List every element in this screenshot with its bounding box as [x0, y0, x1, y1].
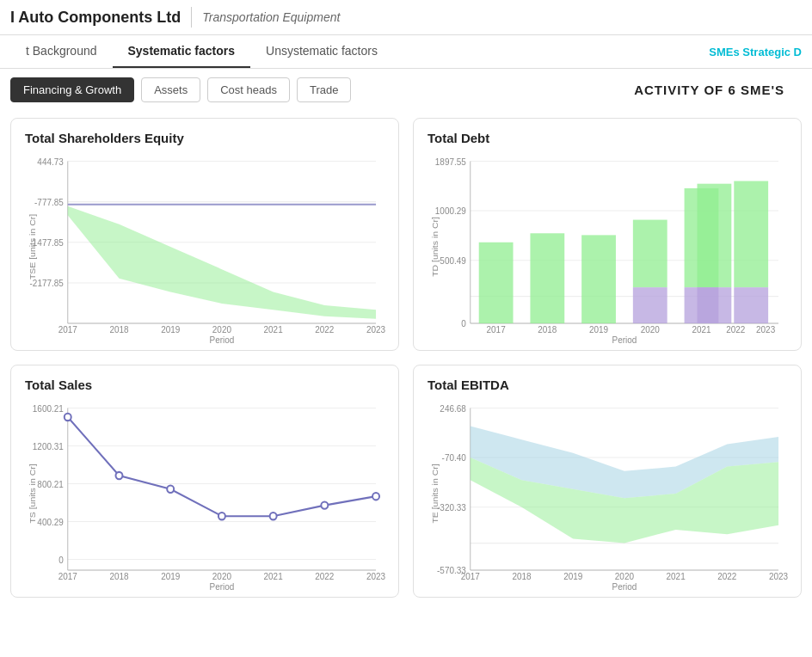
svg-rect-35: [698, 184, 732, 287]
chart-title-te: Total EBITDA: [428, 378, 787, 392]
svg-text:2019: 2019: [563, 571, 582, 580]
svg-text:2020: 2020: [212, 571, 231, 580]
chart-card-td: Total Debt: [413, 118, 802, 351]
svg-text:800.21: 800.21: [37, 479, 64, 488]
chart-te: 246.68 -70.40 -320.33 -570.33 2017 2018 …: [428, 399, 787, 588]
svg-text:1477.85: 1477.85: [33, 238, 64, 248]
chart-td: 1897.55 1000.29 500.49 0 2017 2018 2019 …: [428, 152, 787, 341]
company-sector: Transportation Equipment: [202, 10, 340, 24]
svg-text:2020: 2020: [212, 324, 231, 334]
svg-text:2023: 2023: [769, 571, 788, 580]
btn-trade[interactable]: Trade: [297, 77, 351, 102]
svg-rect-29: [530, 233, 564, 323]
svg-rect-36: [698, 287, 732, 323]
svg-text:2021: 2021: [264, 571, 283, 580]
btn-assets[interactable]: Assets: [141, 77, 200, 102]
svg-text:TS [units in Cr]: TS [units in Cr]: [28, 464, 37, 523]
toolbar: Financing & Growth Assets Cost heads Tra…: [0, 69, 812, 111]
svg-text:TE [units in Cr]: TE [units in Cr]: [430, 464, 440, 523]
chart-card-ts: Total Sales: [10, 365, 399, 598]
svg-marker-7: [68, 206, 376, 319]
svg-rect-37: [734, 181, 768, 288]
svg-text:2017: 2017: [487, 324, 506, 334]
svg-text:2020: 2020: [615, 571, 634, 580]
tab-systematic[interactable]: Systematic factors: [113, 35, 251, 68]
chart-card-tse: Total Shareholders Equity 444.73 -777.85: [10, 118, 399, 351]
tab-background[interactable]: t Background: [10, 35, 113, 68]
company-title: I Auto Components Ltd: [10, 9, 181, 27]
tab-unsystematic[interactable]: Unsystematic factors: [250, 35, 393, 68]
svg-rect-31: [633, 220, 667, 288]
svg-text:0: 0: [58, 555, 64, 564]
svg-text:2019: 2019: [589, 324, 608, 334]
svg-point-65: [321, 501, 328, 508]
app-header: I Auto Components Ltd Transportation Equ…: [0, 0, 812, 35]
chart-title-td: Total Debt: [428, 131, 787, 145]
svg-text:444.73: 444.73: [37, 157, 64, 166]
btn-cost-heads[interactable]: Cost heads: [207, 77, 290, 102]
chart-tse: 444.73 -777.85 1477.85 -2177.85 2017 201…: [25, 152, 384, 341]
svg-text:Period: Period: [612, 582, 637, 592]
svg-rect-30: [581, 235, 616, 323]
svg-text:TD [units in Cr]: TD [units in Cr]: [430, 217, 440, 277]
svg-text:246.68: 246.68: [440, 403, 466, 413]
chart-title-tse: Total Shareholders Equity: [25, 131, 384, 145]
chart-title-ts: Total Sales: [25, 378, 384, 392]
charts-grid: Total Shareholders Equity 444.73 -777.85: [0, 111, 812, 611]
svg-text:2018: 2018: [512, 571, 531, 580]
tab-bar: t Background Systematic factors Unsystem…: [0, 35, 812, 69]
svg-point-61: [115, 472, 122, 479]
svg-rect-38: [734, 287, 768, 323]
svg-point-66: [372, 493, 379, 500]
svg-text:-320.33: -320.33: [437, 503, 466, 513]
svg-text:2018: 2018: [538, 324, 557, 334]
activity-title: ACTIVITY OF 6 SME'S: [634, 83, 802, 97]
svg-point-63: [218, 513, 225, 519]
svg-text:0: 0: [461, 319, 466, 328]
svg-text:-2177.85: -2177.85: [30, 279, 65, 288]
svg-text:1000.29: 1000.29: [435, 206, 466, 216]
svg-text:-70.40: -70.40: [442, 453, 466, 463]
svg-text:2023: 2023: [366, 571, 385, 580]
svg-text:Period: Period: [210, 335, 235, 345]
svg-text:2022: 2022: [717, 571, 736, 580]
svg-text:2020: 2020: [641, 324, 660, 334]
svg-text:1200.31: 1200.31: [33, 441, 64, 451]
svg-text:2017: 2017: [58, 324, 77, 334]
svg-text:400.29: 400.29: [37, 517, 64, 526]
svg-text:500.49: 500.49: [440, 256, 466, 266]
svg-rect-28: [479, 243, 514, 323]
svg-text:-777.85: -777.85: [34, 198, 64, 207]
svg-text:2023: 2023: [756, 324, 775, 334]
chart-ts: 1600.21 1200.31 800.21 400.29 0 2017 201…: [25, 399, 384, 588]
svg-point-62: [167, 486, 174, 493]
svg-text:2022: 2022: [315, 324, 334, 334]
svg-text:2018: 2018: [109, 571, 128, 580]
svg-text:Period: Period: [612, 335, 637, 345]
svg-text:2023: 2023: [366, 324, 385, 334]
svg-rect-32: [633, 287, 667, 323]
svg-text:2019: 2019: [161, 571, 180, 580]
svg-text:1600.21: 1600.21: [33, 403, 64, 413]
svg-text:1897.55: 1897.55: [435, 157, 466, 166]
svg-point-64: [270, 513, 277, 519]
svg-text:2022: 2022: [315, 571, 334, 580]
svg-text:2021: 2021: [667, 571, 686, 580]
svg-text:2018: 2018: [109, 324, 128, 334]
svg-text:2017: 2017: [58, 571, 77, 580]
tab-smes[interactable]: SMEs Strategic D: [709, 46, 802, 58]
svg-text:TSE [units in Cr]: TSE [units in Cr]: [28, 214, 37, 279]
svg-text:2019: 2019: [161, 324, 180, 334]
svg-text:Period: Period: [210, 582, 235, 592]
svg-text:2022: 2022: [726, 324, 745, 334]
svg-text:2021: 2021: [692, 324, 710, 334]
svg-text:2017: 2017: [461, 571, 480, 580]
header-separator: [191, 7, 192, 28]
svg-text:2021: 2021: [264, 324, 283, 334]
chart-card-te: Total EBITDA 246.68 -70.40 -320.33 -570.…: [413, 365, 802, 598]
svg-point-60: [65, 414, 71, 421]
btn-financing-growth[interactable]: Financing & Growth: [10, 77, 134, 102]
